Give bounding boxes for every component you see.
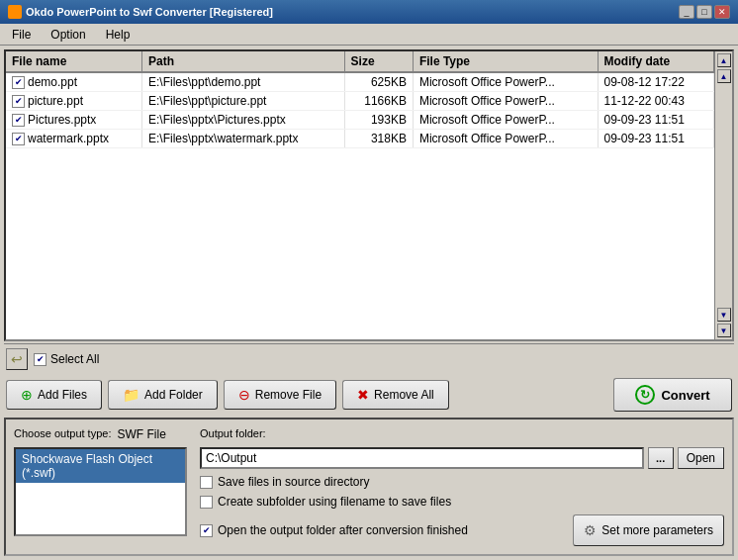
main-content: File name Path Size File Type Modify dat…: [0, 46, 738, 560]
add-files-button[interactable]: ⊕ Add Files: [6, 380, 102, 410]
title-text: Okdo PowerPoint to Swf Converter [Regist…: [26, 6, 273, 18]
cell-path-2: E:\Files\pptx\Pictures.pptx: [142, 111, 345, 130]
menu-option[interactable]: Option: [43, 26, 93, 44]
add-folder-button[interactable]: 📁 Add Folder: [108, 380, 218, 410]
cell-type-2: Microsoft Office PowerP...: [413, 111, 598, 130]
title-bar: Okdo PowerPoint to Swf Converter [Regist…: [0, 0, 738, 24]
table-row: ✔ picture.ppt E:\Files\ppt\picture.ppt 1…: [6, 92, 714, 111]
remove-all-button[interactable]: ✖ Remove All: [342, 380, 449, 410]
col-date: Modify date: [598, 51, 714, 72]
cell-filename-0: ✔ demo.ppt: [6, 72, 142, 92]
output-type-option-swf[interactable]: Shockwave Flash Object (*.swf): [16, 449, 185, 483]
cell-filename-1: ✔ picture.ppt: [6, 92, 142, 111]
action-buttons: ⊕ Add Files 📁 Add Folder ⊖ Remove File ✖…: [4, 374, 734, 416]
checkbox-row-3: ✔ Open the output folder after conversio…: [200, 523, 468, 537]
convert-button[interactable]: ↻ Convert: [613, 378, 732, 412]
cell-date-0: 09-08-12 17:22: [598, 72, 714, 92]
table-row: ✔ watermark.pptx E:\Files\pptx\watermark…: [6, 130, 714, 148]
title-bar-buttons: _ □ ✕: [679, 5, 730, 19]
select-all-label: Select All: [50, 352, 99, 366]
menu-file[interactable]: File: [4, 26, 39, 44]
col-type: File Type: [413, 51, 598, 72]
output-folder-label: Output folder:: [200, 427, 724, 439]
add-files-label: Add Files: [38, 388, 87, 402]
remove-all-icon: ✖: [357, 387, 369, 403]
set-params-button[interactable]: ⚙ Set more parameters: [573, 514, 724, 546]
cell-size-1: 1166KB: [344, 92, 413, 111]
browse-button[interactable]: ...: [648, 447, 674, 469]
table-row: ✔ demo.ppt E:\Files\ppt\demo.ppt 625KB M…: [6, 72, 714, 92]
set-params-label: Set more parameters: [601, 523, 713, 537]
folder-input-row: ... Open: [200, 447, 724, 469]
output-folder-input[interactable]: [200, 447, 644, 469]
cell-size-3: 318KB: [344, 130, 413, 148]
open-after-checkbox[interactable]: ✔: [200, 524, 213, 537]
close-button[interactable]: ✕: [714, 5, 730, 19]
select-all-checkbox[interactable]: ✔: [34, 353, 46, 366]
checkbox-row-1: Save files in source directory: [200, 475, 724, 489]
output-type-panel: Choose output type: SWF File Shockwave F…: [14, 427, 192, 546]
output-folder-panel: Output folder: ... Open Save files in so…: [200, 427, 724, 546]
remove-file-button[interactable]: ⊖ Remove File: [224, 380, 336, 410]
remove-file-icon: ⊖: [238, 387, 250, 403]
output-type-value: SWF File: [117, 427, 165, 441]
file-table: File name Path Size File Type Modify dat…: [6, 51, 714, 148]
cell-path-1: E:\Files\ppt\picture.ppt: [142, 92, 345, 111]
menu-help[interactable]: Help: [98, 26, 138, 44]
open-after-label: Open the output folder after conversion …: [218, 523, 468, 537]
row-checkbox-3[interactable]: ✔: [12, 133, 25, 145]
row-checkbox-1[interactable]: ✔: [12, 95, 25, 108]
cell-filename-3: ✔ watermark.pptx: [6, 130, 142, 148]
col-filename: File name: [6, 51, 142, 72]
col-path: Path: [142, 51, 345, 72]
open-folder-button[interactable]: Open: [678, 447, 724, 469]
select-all-area: ✔ Select All: [34, 352, 99, 366]
save-source-label: Save files in source directory: [218, 475, 369, 489]
add-folder-icon: 📁: [123, 387, 139, 403]
back-button[interactable]: ↩: [6, 348, 28, 370]
remove-file-label: Remove File: [255, 388, 322, 402]
cell-date-2: 09-09-23 11:51: [598, 111, 714, 130]
file-list-container: File name Path Size File Type Modify dat…: [4, 49, 734, 341]
scroll-down-button[interactable]: ▼: [717, 308, 731, 322]
cell-path-3: E:\Files\pptx\watermark.pptx: [142, 130, 345, 148]
cell-size-0: 625KB: [344, 72, 413, 92]
row-checkbox-0[interactable]: ✔: [12, 76, 25, 89]
cell-path-0: E:\Files\ppt\demo.ppt: [142, 72, 345, 92]
convert-label: Convert: [661, 388, 709, 403]
scroll-up-button[interactable]: ▲: [717, 69, 731, 83]
cell-size-2: 193KB: [344, 111, 413, 130]
minimize-button[interactable]: _: [679, 5, 694, 19]
maximize-button[interactable]: □: [696, 5, 712, 19]
subfolder-label: Create subfolder using filename to save …: [218, 495, 451, 509]
scrollbar: ▲ ▲ ▼ ▼: [714, 51, 732, 339]
save-source-checkbox[interactable]: [200, 476, 213, 489]
checkbox-row-2: Create subfolder using filename to save …: [200, 495, 724, 509]
cell-filename-2: ✔ Pictures.pptx: [6, 111, 142, 130]
add-files-icon: ⊕: [21, 387, 33, 403]
file-table-wrapper: File name Path Size File Type Modify dat…: [6, 51, 714, 339]
output-type-label: Choose output type:: [14, 427, 111, 439]
convert-icon: ↻: [635, 385, 655, 405]
scroll-bottom-button[interactable]: ▼: [717, 324, 731, 337]
title-bar-text: Okdo PowerPoint to Swf Converter [Regist…: [8, 5, 273, 19]
cell-type-0: Microsoft Office PowerP...: [413, 72, 598, 92]
subfolder-checkbox[interactable]: [200, 496, 213, 509]
scroll-top-button[interactable]: ▲: [717, 53, 731, 67]
app-icon: [8, 5, 22, 19]
col-size: Size: [344, 51, 413, 72]
cell-date-1: 11-12-22 00:43: [598, 92, 714, 111]
add-folder-label: Add Folder: [144, 388, 203, 402]
gear-icon: ⚙: [584, 522, 597, 538]
cell-type-3: Microsoft Office PowerP...: [413, 130, 598, 148]
remove-all-label: Remove All: [374, 388, 434, 402]
output-type-list[interactable]: Shockwave Flash Object (*.swf): [14, 447, 187, 536]
row-checkbox-2[interactable]: ✔: [12, 114, 25, 127]
toolbar-row: ↩ ✔ Select All: [4, 343, 734, 374]
table-row: ✔ Pictures.pptx E:\Files\pptx\Pictures.p…: [6, 111, 714, 130]
cell-date-3: 09-09-23 11:51: [598, 130, 714, 148]
bottom-section: Choose output type: SWF File Shockwave F…: [4, 418, 734, 556]
cell-type-1: Microsoft Office PowerP...: [413, 92, 598, 111]
menu-bar: File Option Help: [0, 24, 738, 46]
